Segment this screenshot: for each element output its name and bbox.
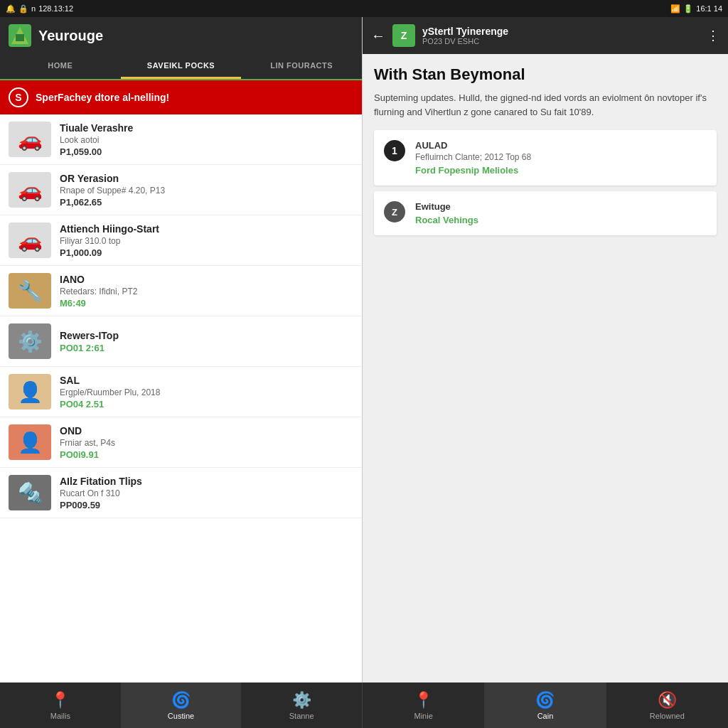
item-info-6: OND Frniar ast, P4s PO0i9.91 — [60, 425, 353, 460]
card-sublabel-1: Fefluirnch Clante; 2012 Top 68 — [415, 152, 707, 162]
nav-label-cain: Cain — [537, 712, 554, 720]
list-item[interactable]: 🚗 OR Yerasion Rnape of Suppe# 4.20, P13 … — [0, 165, 362, 215]
nav-label-stanne: Stanne — [289, 712, 314, 720]
item-subtitle-0: Look aotoi — [60, 135, 353, 145]
status-bar-right: 📶 🔋 16:1 14 — [364, 0, 728, 17]
bottom-nav-left: 📍 Mailis 🌀 Custine ⚙️ Stanne — [0, 682, 363, 728]
item-image-6: 👤 — [9, 424, 51, 460]
app-icon: n — [31, 4, 36, 13]
item-price-6: PO0i9.91 — [60, 449, 353, 460]
tab-home[interactable]: HOME — [0, 54, 121, 79]
right-header-title: yStertl Tyinerenge — [422, 26, 700, 37]
item-icon-4: ⚙️ — [18, 330, 43, 353]
item-price-2: P1,000.09 — [60, 247, 353, 258]
nav-icon-custine: 🌀 — [171, 691, 191, 710]
app-header-right: ← Z yStertl Tyinerenge PO23 DV ESHC ⋮ — [363, 17, 728, 54]
share-icon[interactable]: ⋮ — [707, 28, 719, 43]
item-subtitle-7: Rucart On f 310 — [60, 488, 353, 498]
nav-label-custine: Custine — [168, 712, 194, 720]
lock-icon: 🔒 — [18, 4, 28, 14]
item-info-0: Tiuale Verashre Look aotoi P1,059.00 — [60, 122, 353, 157]
item-title-2: Attiench Hiingo-Start — [60, 223, 353, 235]
item-image-2: 🚗 — [9, 223, 51, 258]
nav-item-minie[interactable]: 📍 Minie — [363, 682, 484, 728]
list-item[interactable]: 🔧 IANO Retedars: Ifidni, PT2 M6:49 — [0, 266, 362, 316]
nav-icon-mailis: 📍 — [50, 691, 70, 710]
item-info-5: SAL Ergple/Ruumber Plu, 2018 PO04 2.51 — [60, 375, 353, 410]
app-title-left: Yeurouge — [38, 28, 103, 44]
tab-contacts[interactable]: LIN FOURACTS — [241, 54, 362, 79]
item-image-7: 🔩 — [9, 475, 51, 510]
card-number-1: 1 — [384, 140, 405, 161]
item-icon-7: 🔩 — [18, 481, 43, 505]
nav-icon-relowned: 🔇 — [658, 691, 677, 710]
list-item[interactable]: 👤 SAL Ergple/Ruumber Plu, 2018 PO04 2.51 — [0, 367, 362, 417]
bottom-nav-right: 📍 Minie 🌀 Cain 🔇 Relowned — [363, 682, 728, 728]
left-panel: Yeurouge HOME SAVEIKL POCKS LIN FOURACTS… — [0, 17, 363, 682]
list-item[interactable]: 🔩 AIlz Fitation Tlips Rucart On f 310 PP… — [0, 468, 362, 518]
battery-icon-right: 🔋 — [683, 4, 693, 14]
nav-item-cain[interactable]: 🌀 Cain — [484, 682, 606, 728]
item-image-0: 🚗 — [9, 122, 51, 157]
left-time: 128.13:12 — [38, 4, 73, 13]
item-price-0: P1,059.00 — [60, 146, 353, 157]
list-item[interactable]: 👤 OND Frniar ast, P4s PO0i9.91 — [0, 417, 362, 468]
item-info-3: IANO Retedars: Ifidni, PT2 M6:49 — [60, 274, 353, 309]
notification-icon: 🔔 — [6, 4, 16, 14]
item-subtitle-2: Filiyar 310.0 top — [60, 236, 353, 246]
right-content: With Stan Beymonal Supteming updates. Hu… — [363, 54, 728, 682]
right-main-title: With Stan Beymonal — [374, 65, 717, 84]
nav-item-custine[interactable]: 🌀 Custine — [121, 682, 242, 728]
card-link-1[interactable]: Ford Fopesnip Melioles — [415, 165, 707, 176]
card-link-2[interactable]: Rocal Vehings — [415, 215, 707, 225]
nav-item-mailis[interactable]: 📍 Mailis — [0, 682, 121, 728]
car-icon-2: 🚗 — [18, 229, 43, 252]
nav-label-mailis: Mailis — [50, 712, 70, 720]
right-description: Supteming updates. Hulld, the gigned-nd … — [374, 91, 717, 119]
card-info-1: AULAD Fefluirnch Clante; 2012 Top 68 For… — [415, 140, 707, 176]
item-image-3: 🔧 — [9, 273, 51, 309]
main-area: Yeurouge HOME SAVEIKL POCKS LIN FOURACTS… — [0, 17, 728, 682]
list-item[interactable]: 🚗 Tiuale Verashre Look aotoi P1,059.00 — [0, 114, 362, 165]
nav-icon-minie: 📍 — [414, 691, 433, 710]
nav-icon-cain: 🌀 — [535, 691, 555, 710]
right-header-subtitle: PO23 DV ESHC — [422, 37, 700, 46]
car-icon-0: 🚗 — [18, 128, 43, 151]
right-time: 16:1 14 — [696, 4, 722, 13]
card-2[interactable]: Z Ewituge Rocal Vehings — [374, 191, 717, 235]
card-info-2: Ewituge Rocal Vehings — [415, 201, 707, 225]
nav-item-relowned[interactable]: 🔇 Relowned — [606, 682, 728, 728]
list-item[interactable]: ⚙️ Rewers-ITop PO01 2:61 — [0, 316, 362, 367]
item-info-2: Attiench Hiingo-Start Filiyar 310.0 top … — [60, 223, 353, 258]
status-bar: 🔔 🔒 n 128.13:12 📶 🔋 16:1 14 — [0, 0, 728, 17]
red-banner[interactable]: S SperFachey dtore al-nelling! — [0, 80, 362, 114]
item-subtitle-6: Frniar ast, P4s — [60, 438, 353, 448]
status-bar-left: 🔔 🔒 n 128.13:12 — [0, 0, 364, 17]
back-button[interactable]: ← — [371, 28, 385, 44]
item-price-7: PP009.59 — [60, 500, 353, 510]
card-1[interactable]: 1 AULAD Fefluirnch Clante; 2012 Top 68 F… — [374, 130, 717, 186]
list-container[interactable]: 🚗 Tiuale Verashre Look aotoi P1,059.00 🚗… — [0, 114, 362, 682]
item-price-1: P1,062.65 — [60, 197, 353, 208]
item-price-4: PO01 2:61 — [60, 343, 353, 353]
list-item[interactable]: 🚗 Attiench Hiingo-Start Filiyar 310.0 to… — [0, 215, 362, 266]
nav-item-stanne[interactable]: ⚙️ Stanne — [241, 682, 362, 728]
item-icon-3: 🔧 — [18, 279, 43, 303]
item-title-5: SAL — [60, 375, 353, 386]
item-subtitle-3: Retedars: Ifidni, PT2 — [60, 287, 353, 296]
bottom-nav: 📍 Mailis 🌀 Custine ⚙️ Stanne 📍 Minie 🌀 C… — [0, 682, 728, 728]
right-panel-logo: Z — [392, 24, 415, 47]
item-info-1: OR Yerasion Rnape of Suppe# 4.20, P13 P1… — [60, 173, 353, 208]
card-label-1: AULAD — [415, 140, 707, 151]
item-icon-5: 👤 — [18, 380, 43, 404]
nav-label-minie: Minie — [414, 712, 433, 720]
item-image-1: 🚗 — [9, 172, 51, 208]
item-icon-6: 👤 — [18, 431, 43, 454]
tab-saved[interactable]: SAVEIKL POCKS — [121, 54, 242, 79]
item-info-7: AIlz Fitation Tlips Rucart On f 310 PP00… — [60, 476, 353, 510]
wifi-icon-right: 📶 — [670, 4, 680, 14]
svg-rect-2 — [16, 34, 24, 41]
item-title-3: IANO — [60, 274, 353, 285]
nav-icon-stanne: ⚙️ — [292, 691, 311, 710]
item-info-4: Rewers-ITop PO01 2:61 — [60, 330, 353, 353]
